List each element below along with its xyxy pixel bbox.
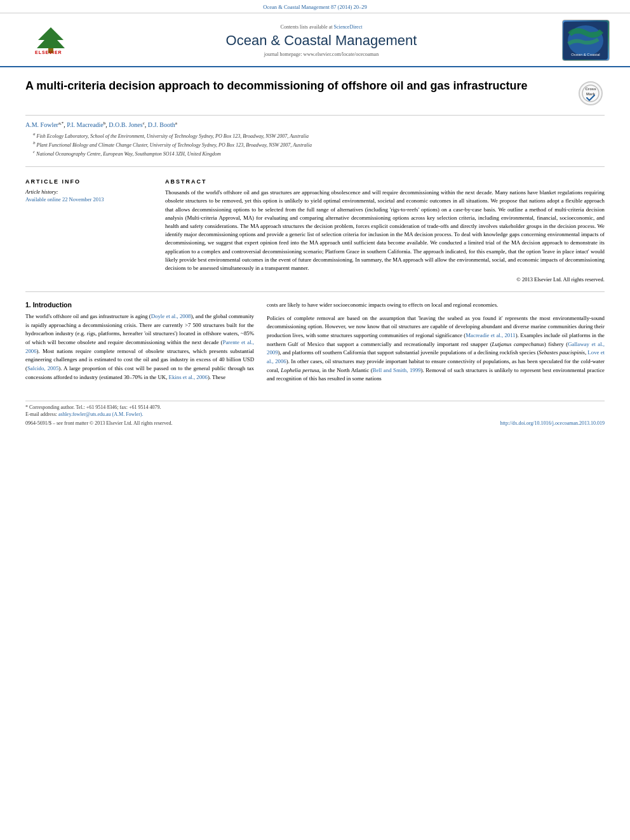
journal-header-right: Ocean & Coastal [554,20,617,61]
abstract-text: Thousands of the world's offshore oil an… [165,189,605,272]
author-booth: D.J. Booth [148,121,175,128]
copyright-line: © 2013 Elsevier Ltd. All rights reserved… [165,276,605,283]
ref-ekins[interactable]: Ekins et al., 2006 [169,374,208,380]
introduction-section: 1. Introduction The world's offshore oil… [25,292,605,388]
email-note: E-mail address: ashley.fowler@uts.edu.au… [25,411,605,417]
journal-ref-bar: Ocean & Coastal Management 87 (2014) 20–… [0,0,630,13]
journal-globe-image: Ocean & Coastal [562,20,610,61]
issn-line: 0964-5691/$ – see front matter © 2013 El… [25,420,173,426]
ref-bell[interactable]: Bell and Smith, 1999 [373,367,421,373]
intro-paragraph-2: costs are likely to have wider socioecon… [267,301,605,310]
abstract-column: ABSTRACT Thousands of the world's offsho… [165,178,605,283]
ref-doyle[interactable]: Doyle et al., 2008 [151,313,191,319]
sciencedirect-notice: Contents lists available at ScienceDirec… [89,24,554,30]
authors-section: A.M. Fowlera,*, P.I. Macreadieb, D.O.B. … [25,116,605,161]
ref-parente[interactable]: Parente et al., 2006 [25,339,254,354]
author-fowler: A.M. Fowler [25,121,58,128]
affiliation-a: a Fish Ecology Laboratory, School of the… [25,131,605,139]
main-content: A multi-criteria decision approach to de… [0,67,630,426]
corresponding-author-note: * Corresponding author. Tel.: +61 9514 8… [25,404,605,410]
article-info-label: ARTICLE INFO [25,178,152,185]
article-footer: * Corresponding author. Tel.: +61 9514 8… [25,401,605,426]
journal-header-center: Contents lists available at ScienceDirec… [89,24,554,57]
ref-macreadie[interactable]: Macreadie et al., 2011 [466,332,515,338]
svg-text:ELSEVIER: ELSEVIER [35,50,62,55]
ref-salcido[interactable]: Salcido, 2005 [27,365,58,371]
affiliation-c: c National Oceanography Centre, European… [25,149,605,157]
intro-heading: 1. Introduction [25,301,254,309]
authors-line: A.M. Fowlera,*, P.I. Macreadieb, D.O.B. … [25,121,605,128]
article-title-section: A multi-criteria decision approach to de… [25,67,605,116]
article-available-online: Available online 22 November 2013 [25,196,152,203]
doi-line: http://dx.doi.org/10.1016/j.ocecoaman.20… [500,420,605,426]
journal-title: Ocean & Coastal Management [89,32,554,49]
intro-left-column: 1. Introduction The world's offshore oil… [25,301,254,388]
sciencedirect-link[interactable]: ScienceDirect [334,24,363,30]
intro-right-column: costs are likely to have wider socioecon… [267,301,605,388]
author-jones: D.O.B. Jones [109,121,142,128]
intro-paragraph-3: Policies of complete removal are based o… [267,314,605,383]
affiliation-b: b Plant Functional Biology and Climate C… [25,140,605,148]
svg-marker-1 [37,27,65,48]
author-email[interactable]: ashley.fowler@uts.edu.au (A.M. Fowler). [58,411,143,417]
author-macreadie: P.I. Macreadie [67,121,103,128]
svg-text:Ocean & Coastal: Ocean & Coastal [571,53,600,57]
authors-divider [25,166,605,167]
journal-homepage: journal homepage: www.elsevier.com/locat… [89,51,554,57]
svg-text:Cross: Cross [585,87,596,91]
footer-bottom: 0964-5691/$ – see front matter © 2013 El… [25,420,605,426]
crossmark-icon: Cross Mark [579,81,603,105]
journal-header-left: ELSEVIER [13,26,89,55]
crossmark-badge[interactable]: Cross Mark [576,79,605,107]
article-history-label: Article history: [25,189,152,195]
article-info-abstract-section: ARTICLE INFO Article history: Available … [25,172,605,292]
journal-ref-text: Ocean & Coastal Management 87 (2014) 20–… [263,4,366,10]
abstract-label: ABSTRACT [165,178,605,185]
page: Ocean & Coastal Management 87 (2014) 20–… [0,0,630,426]
journal-header: ELSEVIER Contents lists available at Sci… [0,13,630,67]
article-info-column: ARTICLE INFO Article history: Available … [25,178,152,283]
article-title: A multi-criteria decision approach to de… [25,79,527,93]
elsevier-tree-icon: ELSEVIER [32,26,70,55]
doi-link[interactable]: http://dx.doi.org/10.1016/j.ocecoaman.20… [500,420,605,426]
intro-paragraph-1: The world's offshore oil and gas infrast… [25,312,254,382]
